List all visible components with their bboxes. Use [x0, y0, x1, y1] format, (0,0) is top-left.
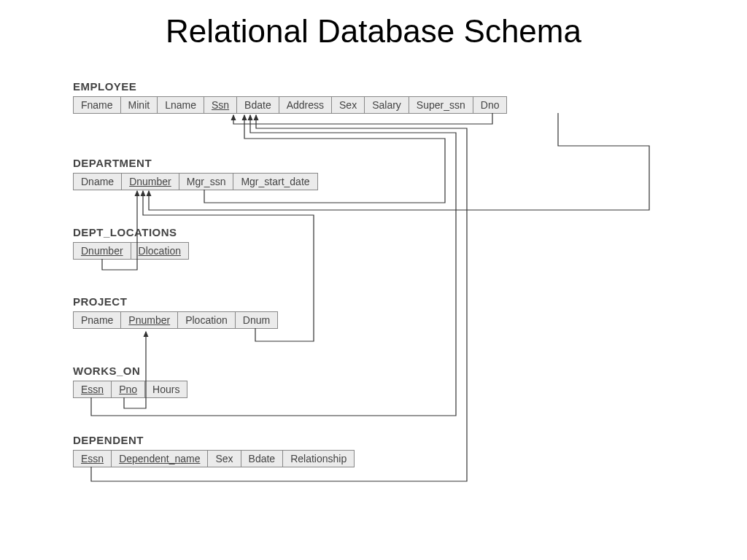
col-employee-address: Address: [279, 96, 332, 114]
col-workson-essn: Essn: [73, 381, 112, 398]
col-dependent-relationship: Relationship: [282, 450, 355, 467]
col-workson-hours: Hours: [144, 381, 187, 398]
table-title-deptlocations: DEPT_LOCATIONS: [73, 226, 188, 238]
table-project: PROJECT Pname Pnumber Plocation Dnum: [73, 295, 277, 329]
table-title-project: PROJECT: [73, 295, 277, 308]
col-dependent-sex: Sex: [207, 450, 241, 467]
table-department: DEPARTMENT Dname Dnumber Mgr_ssn Mgr_sta…: [73, 157, 317, 190]
table-workson: WORKS_ON Essn Pno Hours: [73, 365, 187, 398]
col-employee-superssn: Super_ssn: [409, 96, 473, 114]
col-department-dname: Dname: [73, 173, 122, 190]
col-employee-bdate: Bdate: [236, 96, 279, 114]
col-department-dnumber: Dnumber: [121, 173, 179, 190]
col-project-plocation: Plocation: [177, 311, 236, 329]
col-deptlocations-dlocation: Dlocation: [131, 242, 189, 260]
table-dependent: DEPENDENT Essn Dependent_name Sex Bdate …: [73, 434, 354, 467]
col-workson-pno: Pno: [111, 381, 145, 398]
col-deptlocations-dnumber: Dnumber: [73, 242, 131, 260]
col-dependent-bdate: Bdate: [241, 450, 284, 467]
table-title-department: DEPARTMENT: [73, 157, 317, 169]
table-title-workson: WORKS_ON: [73, 365, 187, 377]
page-title: Relational Database Schema: [0, 13, 747, 50]
table-title-employee: EMPLOYEE: [73, 80, 506, 93]
table-deptlocations: DEPT_LOCATIONS Dnumber Dlocation: [73, 226, 188, 260]
col-employee-lname: Lname: [157, 96, 204, 114]
table-employee: EMPLOYEE Fname Minit Lname Ssn Bdate Add…: [73, 80, 506, 114]
col-employee-sex: Sex: [331, 96, 365, 114]
col-employee-minit: Minit: [120, 96, 158, 114]
col-project-pnumber: Pnumber: [120, 311, 178, 329]
col-dependent-essn: Essn: [73, 450, 112, 467]
table-title-dependent: DEPENDENT: [73, 434, 354, 446]
col-employee-dno: Dno: [473, 96, 508, 114]
col-project-dnum: Dnum: [235, 311, 278, 329]
col-employee-fname: Fname: [73, 96, 121, 114]
col-department-mgrssn: Mgr_ssn: [179, 173, 234, 190]
col-project-pname: Pname: [73, 311, 121, 329]
col-employee-salary: Salary: [364, 96, 409, 114]
col-employee-ssn: Ssn: [204, 96, 237, 114]
col-dependent-depname: Dependent_name: [111, 450, 208, 467]
col-department-mgrstartdate: Mgr_start_date: [233, 173, 317, 190]
